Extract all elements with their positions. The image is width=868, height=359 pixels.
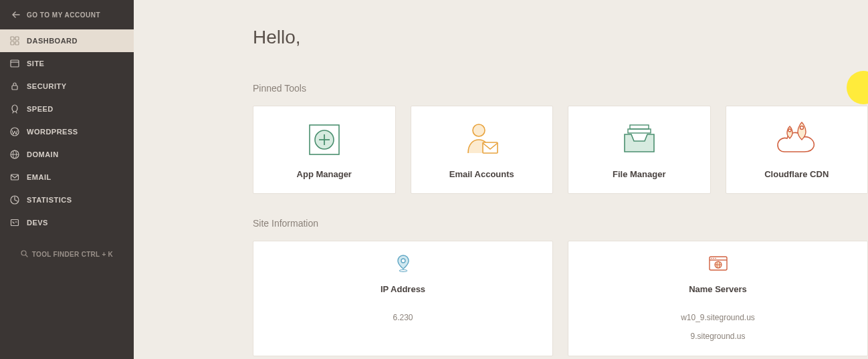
- svg-point-30: [711, 258, 712, 259]
- sidebar-item-label: SITE: [27, 59, 44, 68]
- svg-rect-22: [630, 125, 649, 129]
- svg-point-26: [401, 259, 405, 263]
- app-manager-icon: [304, 121, 344, 158]
- svg-line-15: [25, 255, 27, 257]
- svg-point-31: [713, 258, 714, 259]
- cdn-icon: [772, 121, 821, 158]
- back-to-account-link[interactable]: GO TO MY ACCOUNT: [0, 0, 134, 29]
- svg-rect-4: [11, 60, 19, 67]
- map-pin-icon: [396, 253, 411, 273]
- info-card-nameservers: Name Servers w10_9.siteground.us 9.siteg…: [568, 241, 868, 356]
- nameserver-value-2: 9.siteground.us: [690, 330, 745, 342]
- svg-rect-1: [15, 37, 19, 40]
- search-icon: [21, 250, 28, 259]
- sidebar-item-label: DEVS: [27, 219, 48, 227]
- sidebar-item-site[interactable]: SITE: [0, 52, 134, 75]
- arrow-left-icon: [11, 9, 21, 20]
- site-info-title: Site Information: [253, 218, 868, 229]
- site-info-row: IP Address 6.230 Name Servers w10_9.site…: [253, 241, 868, 356]
- tool-card-email-accounts[interactable]: Email Accounts: [411, 106, 554, 194]
- svg-rect-21: [483, 142, 498, 153]
- sidebar: GO TO MY ACCOUNT DASHBOARD SITE SECURITY…: [0, 0, 134, 359]
- sidebar-item-label: WORDPRESS: [27, 128, 78, 136]
- email-accounts-icon: [460, 121, 503, 158]
- sidebar-item-email[interactable]: EMAIL: [0, 166, 134, 189]
- globe-icon: [9, 149, 20, 160]
- info-card-title: IP Address: [381, 284, 425, 294]
- svg-point-27: [399, 270, 407, 272]
- sidebar-item-domain[interactable]: DOMAIN: [0, 143, 134, 166]
- sidebar-item-label: EMAIL: [27, 173, 51, 181]
- sidebar-item-label: STATISTICS: [27, 196, 72, 204]
- sidebar-item-statistics[interactable]: STATISTICS: [0, 189, 134, 211]
- tool-finder-button[interactable]: TOOL FINDER CTRL + K: [0, 243, 134, 265]
- sidebar-item-label: SECURITY: [27, 82, 67, 90]
- pinned-tools-row: App Manager Email Accounts: [253, 106, 868, 194]
- annotation-highlight: [847, 71, 868, 104]
- svg-point-32: [715, 258, 716, 259]
- info-card-title: Name Servers: [689, 284, 747, 294]
- svg-rect-6: [12, 86, 17, 90]
- tool-card-cloudflare-cdn[interactable]: Cloudflare CDN: [726, 106, 869, 194]
- tool-card-label: Cloudflare CDN: [764, 169, 829, 179]
- tool-finder-label: TOOL FINDER CTRL + K: [32, 251, 113, 258]
- greeting-heading: Hello,: [253, 27, 868, 48]
- ip-address-value: 6.230: [393, 312, 413, 324]
- sidebar-item-wordpress[interactable]: WORDPRESS: [0, 120, 134, 143]
- browser-globe-icon: [708, 253, 728, 273]
- tool-card-app-manager[interactable]: App Manager: [253, 106, 396, 194]
- svg-rect-0: [11, 37, 14, 40]
- pinned-tools-title: Pinned Tools: [253, 83, 868, 94]
- svg-rect-2: [11, 41, 14, 45]
- sidebar-item-label: DASHBOARD: [27, 37, 78, 45]
- wordpress-icon: [9, 126, 20, 137]
- back-link-label: GO TO MY ACCOUNT: [27, 11, 100, 19]
- nameserver-value-1: w10_9.siteground.us: [681, 312, 755, 324]
- svg-rect-3: [15, 41, 19, 45]
- info-card-ip: IP Address 6.230: [253, 241, 553, 356]
- svg-point-20: [473, 124, 485, 136]
- sidebar-item-security[interactable]: SECURITY: [0, 75, 134, 98]
- tool-card-label: Email Accounts: [449, 169, 514, 179]
- rocket-icon: [9, 104, 20, 114]
- tool-card-label: File Manager: [613, 169, 665, 179]
- svg-point-25: [800, 126, 804, 129]
- site-icon: [9, 58, 20, 69]
- main-content: Hello, Pinned Tools App Manager: [134, 0, 868, 359]
- sidebar-item-dashboard[interactable]: DASHBOARD: [0, 29, 134, 52]
- svg-rect-13: [11, 220, 19, 226]
- tool-card-file-manager[interactable]: File Manager: [568, 106, 711, 194]
- lock-icon: [9, 81, 20, 92]
- sidebar-item-devs[interactable]: DEVS: [0, 211, 134, 234]
- sidebar-item-label: SPEED: [27, 105, 53, 113]
- svg-point-24: [788, 129, 791, 132]
- stats-icon: [9, 195, 20, 205]
- sidebar-item-label: DOMAIN: [27, 150, 59, 158]
- envelope-icon: [9, 172, 20, 183]
- devs-icon: [9, 217, 20, 228]
- svg-rect-23: [628, 129, 651, 133]
- file-manager-icon: [618, 121, 661, 158]
- tool-card-label: App Manager: [297, 169, 352, 179]
- dashboard-icon: [9, 35, 20, 46]
- sidebar-item-speed[interactable]: SPEED: [0, 98, 134, 120]
